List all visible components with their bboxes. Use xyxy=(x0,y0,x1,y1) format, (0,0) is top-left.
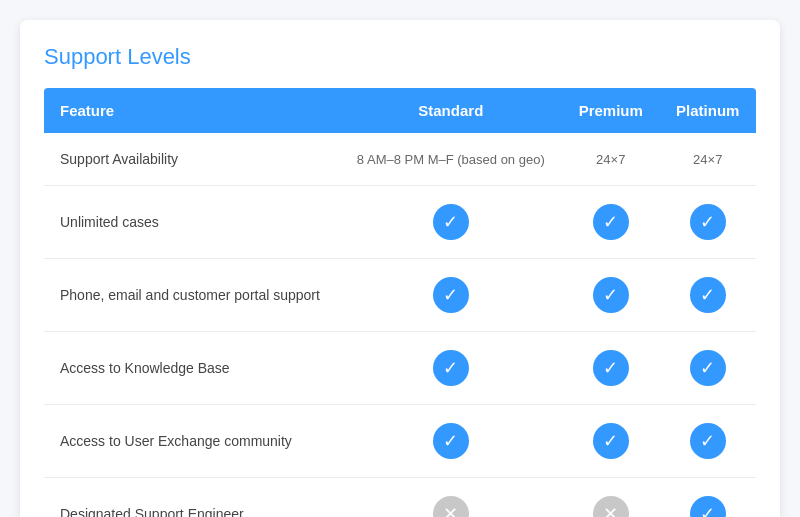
standard-cell: 8 AM–8 PM M–F (based on geo) xyxy=(340,133,563,186)
table-row: Access to Knowledge Base✓✓✓ xyxy=(44,332,756,405)
check-icon: ✓ xyxy=(433,277,469,313)
premium-cell: ✕ xyxy=(562,478,659,518)
support-table: Feature Standard Premium Platinum Suppor… xyxy=(44,88,756,517)
premium-cell: ✓ xyxy=(562,259,659,332)
standard-cell: ✓ xyxy=(340,259,563,332)
check-icon: ✓ xyxy=(433,350,469,386)
table-row: Phone, email and customer portal support… xyxy=(44,259,756,332)
check-icon: ✓ xyxy=(593,277,629,313)
check-icon: ✓ xyxy=(690,423,726,459)
platinum-cell: ✓ xyxy=(659,259,756,332)
feature-cell: Support Availability xyxy=(44,133,340,186)
cross-icon: ✕ xyxy=(433,496,469,517)
col-header-feature: Feature xyxy=(44,88,340,133)
cross-icon: ✕ xyxy=(593,496,629,517)
check-icon: ✓ xyxy=(690,350,726,386)
standard-cell: ✕ xyxy=(340,478,563,518)
table-row: Unlimited cases✓✓✓ xyxy=(44,186,756,259)
feature-cell: Unlimited cases xyxy=(44,186,340,259)
feature-cell: Access to Knowledge Base xyxy=(44,332,340,405)
check-icon: ✓ xyxy=(433,204,469,240)
standard-cell: ✓ xyxy=(340,186,563,259)
standard-cell: ✓ xyxy=(340,332,563,405)
table-row: Designated Support Engineer✕✕✓ xyxy=(44,478,756,518)
standard-cell: ✓ xyxy=(340,405,563,478)
platinum-cell: ✓ xyxy=(659,332,756,405)
col-header-standard: Standard xyxy=(340,88,563,133)
feature-cell: Phone, email and customer portal support xyxy=(44,259,340,332)
platinum-cell: ✓ xyxy=(659,478,756,518)
premium-cell: ✓ xyxy=(562,186,659,259)
col-header-premium: Premium xyxy=(562,88,659,133)
check-icon: ✓ xyxy=(433,423,469,459)
check-icon: ✓ xyxy=(593,204,629,240)
page-title: Support Levels xyxy=(44,44,756,70)
check-icon: ✓ xyxy=(593,423,629,459)
check-icon: ✓ xyxy=(690,496,726,517)
premium-cell: 24×7 xyxy=(562,133,659,186)
support-levels-card: Support Levels Feature Standard Premium … xyxy=(20,20,780,517)
feature-cell: Designated Support Engineer xyxy=(44,478,340,518)
check-icon: ✓ xyxy=(690,204,726,240)
premium-cell: ✓ xyxy=(562,332,659,405)
text-value: 8 AM–8 PM M–F (based on geo) xyxy=(357,152,545,167)
col-header-platinum: Platinum xyxy=(659,88,756,133)
platinum-cell: 24×7 xyxy=(659,133,756,186)
table-row: Access to User Exchange community✓✓✓ xyxy=(44,405,756,478)
text-value: 24×7 xyxy=(596,152,625,167)
platinum-cell: ✓ xyxy=(659,186,756,259)
check-icon: ✓ xyxy=(593,350,629,386)
table-header-row: Feature Standard Premium Platinum xyxy=(44,88,756,133)
platinum-cell: ✓ xyxy=(659,405,756,478)
feature-cell: Access to User Exchange community xyxy=(44,405,340,478)
premium-cell: ✓ xyxy=(562,405,659,478)
check-icon: ✓ xyxy=(690,277,726,313)
table-row: Support Availability8 AM–8 PM M–F (based… xyxy=(44,133,756,186)
text-value: 24×7 xyxy=(693,152,722,167)
